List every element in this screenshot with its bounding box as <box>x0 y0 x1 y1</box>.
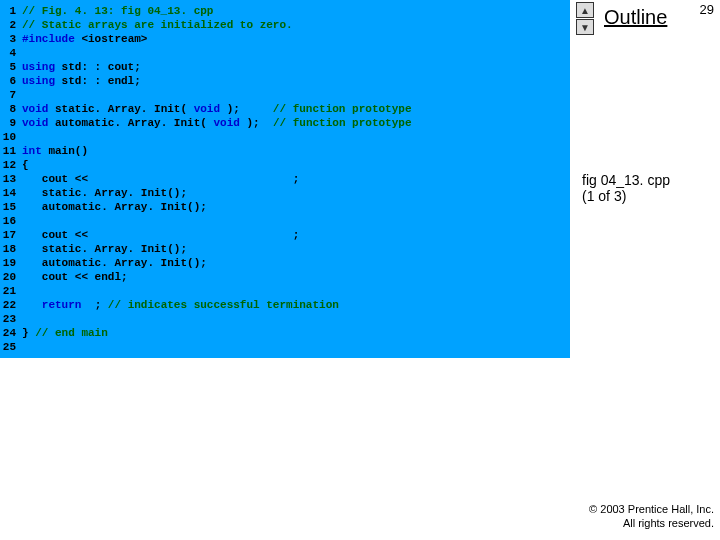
line-number: 8 <box>0 102 22 116</box>
file-label: fig 04_13. cpp (1 of 3) <box>582 172 712 204</box>
line-number: 3 <box>0 32 22 46</box>
code-line: 7 <box>0 88 570 102</box>
outline-heading: Outline <box>604 6 667 29</box>
code-line: 15 automatic. Array. Init(); <box>0 200 570 214</box>
line-number: 20 <box>0 270 22 284</box>
code-line: 23 <box>0 312 570 326</box>
line-number: 22 <box>0 298 22 312</box>
line-number: 4 <box>0 46 22 60</box>
code-area: 1// Fig. 4. 13: fig 04_13. cpp2// Static… <box>0 0 570 358</box>
code-text: cout << ; <box>22 172 299 186</box>
code-line: 22 return ; // indicates successful term… <box>0 298 570 312</box>
file-part: (1 of 3) <box>582 188 626 204</box>
code-text: automatic. Array. Init(); <box>22 256 207 270</box>
copyright-line1: © 2003 Prentice Hall, Inc. <box>589 503 714 515</box>
copyright-line2: All rights reserved. <box>623 517 714 529</box>
code-text: using std: : cout; <box>22 60 141 74</box>
line-number: 15 <box>0 200 22 214</box>
nav-arrows: ▲ ▼ <box>576 2 594 35</box>
code-text: void static. Array. Init( void ); // fun… <box>22 102 411 116</box>
line-number: 9 <box>0 116 22 130</box>
code-text: automatic. Array. Init(); <box>22 200 207 214</box>
line-number: 19 <box>0 256 22 270</box>
line-number: 13 <box>0 172 22 186</box>
page-number: 29 <box>700 2 714 17</box>
code-line: 17 cout << ; <box>0 228 570 242</box>
code-line: 12{ <box>0 158 570 172</box>
code-line: 10 <box>0 130 570 144</box>
line-number: 17 <box>0 228 22 242</box>
code-text: static. Array. Init(); <box>22 242 187 256</box>
line-number: 11 <box>0 144 22 158</box>
line-number: 23 <box>0 312 22 326</box>
line-number: 16 <box>0 214 22 228</box>
code-text: static. Array. Init(); <box>22 186 187 200</box>
code-line: 1// Fig. 4. 13: fig 04_13. cpp <box>0 4 570 18</box>
line-number: 1 <box>0 4 22 18</box>
code-line: 8void static. Array. Init( void ); // fu… <box>0 102 570 116</box>
code-line: 20 cout << endl; <box>0 270 570 284</box>
line-number: 24 <box>0 326 22 340</box>
arrow-up-button[interactable]: ▲ <box>576 2 594 18</box>
code-line: 16 <box>0 214 570 228</box>
code-text: } // end main <box>22 326 108 340</box>
code-text: #include <iostream> <box>22 32 147 46</box>
arrow-down-button[interactable]: ▼ <box>576 19 594 35</box>
line-number: 6 <box>0 74 22 88</box>
line-number: 2 <box>0 18 22 32</box>
line-number: 10 <box>0 130 22 144</box>
code-text: return ; // indicates successful termina… <box>22 298 339 312</box>
code-text: void automatic. Array. Init( void ); // … <box>22 116 412 130</box>
code-line: 4 <box>0 46 570 60</box>
code-text: cout << ; <box>22 228 299 242</box>
code-text: { <box>22 158 29 172</box>
right-column: ▲ ▼ Outline 29 fig 04_13. cpp (1 of 3) ©… <box>570 0 720 540</box>
line-number: 18 <box>0 242 22 256</box>
code-line: 2// Static arrays are initialized to zer… <box>0 18 570 32</box>
line-number: 12 <box>0 158 22 172</box>
code-line: 9void automatic. Array. Init( void ); //… <box>0 116 570 130</box>
code-text: cout << endl; <box>22 270 128 284</box>
code-line: 5using std: : cout; <box>0 60 570 74</box>
code-text: // Fig. 4. 13: fig 04_13. cpp <box>22 4 213 18</box>
code-line: 3#include <iostream> <box>0 32 570 46</box>
code-line: 14 static. Array. Init(); <box>0 186 570 200</box>
code-line: 11int main() <box>0 144 570 158</box>
code-line: 24} // end main <box>0 326 570 340</box>
code-line: 21 <box>0 284 570 298</box>
line-number: 5 <box>0 60 22 74</box>
code-text: // Static arrays are initialized to zero… <box>22 18 293 32</box>
copyright: © 2003 Prentice Hall, Inc. All rights re… <box>589 502 714 530</box>
code-text: int main() <box>22 144 88 158</box>
line-number: 7 <box>0 88 22 102</box>
code-line: 13 cout << ; <box>0 172 570 186</box>
code-line: 19 automatic. Array. Init(); <box>0 256 570 270</box>
line-number: 21 <box>0 284 22 298</box>
code-line: 6using std: : endl; <box>0 74 570 88</box>
code-text: using std: : endl; <box>22 74 141 88</box>
line-number: 25 <box>0 340 22 354</box>
file-name: fig 04_13. cpp <box>582 172 670 188</box>
code-line: 18 static. Array. Init(); <box>0 242 570 256</box>
code-line: 25 <box>0 340 570 354</box>
line-number: 14 <box>0 186 22 200</box>
